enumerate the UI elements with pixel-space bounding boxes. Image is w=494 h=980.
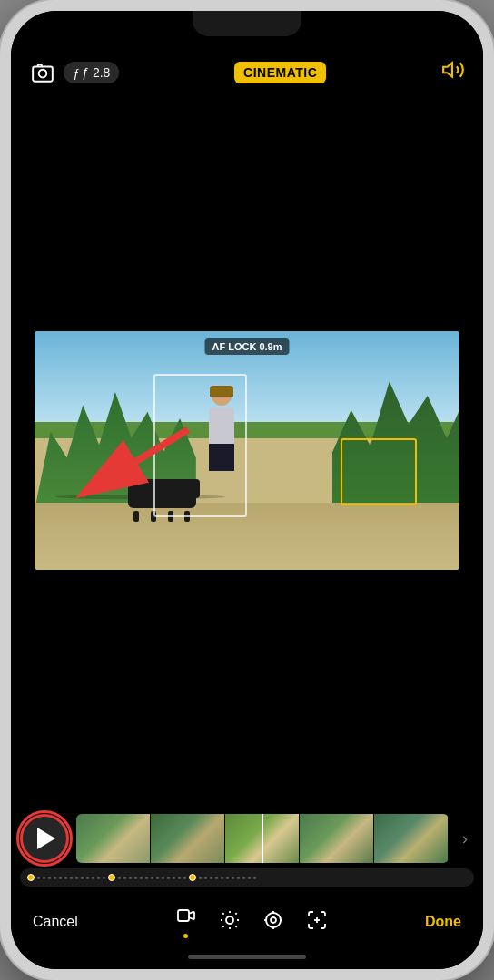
timeline-dot-11 — [92, 877, 94, 879]
phone-screen: ƒ ƒ 2.8 CINEMATIC — [11, 11, 483, 969]
aperture-badge[interactable]: ƒ ƒ 2.8 — [64, 62, 119, 83]
timeline-dot-21 — [151, 877, 153, 879]
timeline-dot-12 — [97, 877, 100, 879]
timeline-dot-28 — [189, 874, 196, 881]
filmstrip-playhead — [262, 814, 263, 863]
timeline-dot-35 — [232, 877, 234, 879]
timeline-dot-25 — [173, 877, 175, 879]
timeline-dot-36 — [237, 877, 240, 879]
focus-box-secondary[interactable] — [341, 438, 417, 505]
timeline-dot-29 — [199, 877, 202, 879]
timeline-dot-30 — [204, 877, 207, 879]
timeline-dot-19 — [140, 877, 143, 879]
play-button[interactable] — [20, 814, 69, 863]
timeline-dot-18 — [134, 877, 137, 879]
timeline-dot-8 — [75, 877, 78, 879]
filmstrip-frame-1 — [76, 814, 151, 863]
video-camera-icon — [175, 905, 197, 930]
timeline-dot-38 — [248, 877, 251, 879]
filmstrip-frame-4 — [300, 814, 374, 863]
timeline-dot-33 — [221, 877, 223, 879]
header-controls: ƒ ƒ 2.8 CINEMATIC — [11, 51, 483, 94]
filmstrip-frame-2 — [151, 814, 225, 863]
filmstrip-frame-5 — [374, 814, 449, 863]
timeline-dot-4 — [54, 877, 56, 879]
timeline-dot-13 — [103, 877, 105, 879]
timeline-dot-23 — [162, 877, 164, 879]
toolbar-focus-button[interactable] — [262, 909, 284, 935]
volume-button[interactable] — [441, 58, 465, 87]
svg-point-5 — [226, 916, 233, 924]
timeline-dot-14 — [108, 874, 115, 881]
focus-box-person[interactable] — [153, 374, 247, 517]
notch — [193, 11, 301, 36]
filmstrip[interactable] — [76, 814, 449, 863]
svg-point-6 — [266, 913, 281, 927]
timeline-dot-5 — [59, 877, 62, 879]
timeline-dot-9 — [81, 877, 84, 879]
svg-point-7 — [271, 917, 276, 923]
toolbar-crop-button[interactable] — [306, 909, 328, 935]
dots-row — [27, 874, 467, 881]
video-dot-indicator — [183, 934, 188, 938]
timeline-dot-16 — [124, 877, 126, 879]
timeline-dot-26 — [178, 877, 181, 879]
timeline-dot-27 — [183, 877, 186, 879]
home-indicator — [11, 944, 483, 969]
timeline-dot-10 — [86, 877, 89, 879]
done-button[interactable]: Done — [425, 914, 461, 930]
timeline-dot-1 — [37, 877, 40, 879]
timeline-dot-31 — [210, 877, 212, 879]
timeline-dot-0 — [27, 874, 35, 881]
timeline-dot-39 — [253, 877, 256, 879]
bottom-toolbar: Cancel — [11, 896, 483, 944]
cinematic-badge[interactable]: CINEMATIC — [234, 62, 326, 83]
camera-icon[interactable] — [29, 59, 56, 86]
timeline-dot-34 — [226, 877, 229, 879]
crop-transform-icon — [306, 909, 328, 935]
play-filmstrip-row: › — [11, 814, 483, 863]
svg-point-1 — [39, 70, 47, 78]
color-adjust-icon — [219, 909, 241, 935]
phone-shell: ƒ ƒ 2.8 CINEMATIC — [0, 0, 494, 980]
timeline-dot-7 — [70, 877, 73, 879]
timeline-area: › — [11, 807, 483, 896]
timeline-dot-17 — [129, 877, 132, 879]
home-bar — [188, 955, 306, 959]
timeline-dot-37 — [242, 877, 245, 879]
toolbar-color-button[interactable] — [219, 909, 241, 935]
focus-circle-icon — [262, 909, 284, 935]
play-ring — [16, 810, 73, 867]
aperture-f-symbol: ƒ — [73, 66, 79, 80]
dots-timeline[interactable] — [20, 868, 474, 887]
timeline-dot-6 — [64, 877, 67, 879]
top-bar — [11, 11, 483, 51]
timeline-dot-24 — [167, 877, 170, 879]
timeline-dot-2 — [43, 877, 45, 879]
filmstrip-end-chevron: › — [456, 829, 474, 848]
aperture-value: ƒ 2.8 — [82, 65, 110, 80]
video-frame[interactable]: AF LOCK 0.9m — [35, 331, 459, 570]
toolbar-icon-group — [175, 905, 328, 938]
timeline-dot-20 — [145, 877, 148, 879]
scene-background: AF LOCK 0.9m — [35, 331, 459, 570]
af-lock-label: AF LOCK 0.9m — [204, 338, 289, 355]
timeline-dot-32 — [215, 877, 218, 879]
timeline-dot-3 — [48, 877, 51, 879]
header-left: ƒ ƒ 2.8 — [29, 59, 119, 86]
timeline-dot-22 — [156, 877, 159, 879]
timeline-dot-15 — [118, 877, 121, 879]
toolbar-video-button[interactable] — [175, 905, 197, 938]
svg-marker-2 — [443, 63, 452, 76]
cancel-button[interactable]: Cancel — [33, 914, 78, 930]
video-preview-area: AF LOCK 0.9m — [11, 94, 483, 807]
